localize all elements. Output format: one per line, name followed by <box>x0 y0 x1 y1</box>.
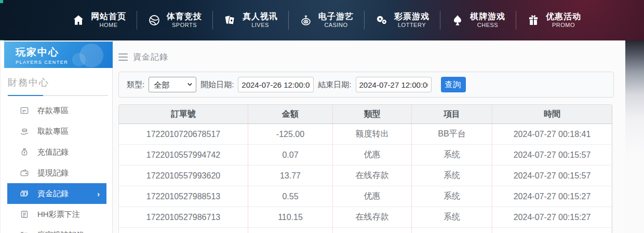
nav-label-zh: 真人视讯 <box>243 11 278 22</box>
nav-label-en: CHESS <box>477 22 498 29</box>
cell-type <box>333 228 412 233</box>
cash-icon <box>20 189 29 198</box>
cell-item: 系统 <box>412 207 492 228</box>
nav-label-zh: 优惠活动 <box>546 11 581 22</box>
start-date-label: 開始日期: <box>200 80 234 90</box>
nav-item-lottery[interactable]: 彩票游戏 LOTTERY <box>365 11 440 29</box>
cell-order: 1722010557993620 <box>118 166 248 186</box>
type-select-wrap: 全部 <box>149 77 196 92</box>
cell-type: 额度转出 <box>333 124 412 145</box>
table-header-row: 訂單號 金額 類型 項目 時間 <box>118 104 612 124</box>
sidebar-item-label: 充值記錄 <box>37 147 69 157</box>
document-icon <box>20 210 29 219</box>
withdraw-hand-icon <box>20 127 29 136</box>
nav-label-zh: 棋牌游戏 <box>470 11 505 22</box>
sidebar-item-label: 資金記錄 <box>37 189 69 199</box>
type-select[interactable]: 全部 <box>149 77 196 92</box>
cell-item: 系统 <box>412 166 492 186</box>
wallet-icon <box>20 168 29 177</box>
cell-time: 2024-07-27 00:18:41 <box>492 124 612 145</box>
nav-label-en: LOTTERY <box>398 22 426 29</box>
content-shell: 玩家中心 PLAYERS CENTER 財務中心 存款專區 <box>0 40 625 233</box>
cell-item: BB平台 <box>412 124 492 145</box>
cell-item: 系统 <box>412 145 492 166</box>
cell-amount <box>248 228 333 233</box>
cell-time: 2024-07-27 00:15:27 <box>492 207 612 228</box>
cell-time: 2024-07-27 00:15:57 <box>492 166 612 186</box>
sidebar-item-label: 存款專區 <box>37 106 69 116</box>
lottery-balls-icon <box>375 13 388 27</box>
table-row: 1722010720678517 -125.00 额度转出 BB平台 2024-… <box>118 124 612 145</box>
cell-time: 2024-07-27 00:15:57 <box>492 145 612 166</box>
table-row: 1722010557994742 0.07 优惠 系统 2024-07-27 0… <box>118 145 612 166</box>
nav-label-zh: 体育竞技 <box>167 11 202 22</box>
breadcrumb: 資金記錄 <box>118 40 614 72</box>
column-header-time: 時間 <box>492 104 612 124</box>
sidebar-item-hh-lottery-bets[interactable]: HH彩票下注 <box>7 204 106 225</box>
cell-time <box>492 228 612 233</box>
nav-item-home[interactable]: 网站首页 HOME <box>61 11 137 29</box>
chevron-right-icon: › <box>97 189 100 198</box>
search-button[interactable]: 查詢 <box>441 77 466 92</box>
nav-label-zh: 电子游艺 <box>318 11 354 22</box>
sidebar-item-label: 取款專區 <box>37 127 69 136</box>
sports-ball-icon <box>147 13 161 27</box>
nav-item-sports[interactable]: 体育竞技 SPORTS <box>137 11 212 29</box>
table-row-partial <box>118 228 612 233</box>
cell-type: 优惠 <box>333 145 412 166</box>
cell-item <box>412 228 492 233</box>
cell-type: 在线存款 <box>333 166 412 186</box>
nav-item-lives[interactable]: 真人视讯 LIVES <box>213 11 288 29</box>
nav-item-text: 棋牌游戏 CHESS <box>470 11 505 29</box>
cell-type: 优惠 <box>333 186 412 207</box>
nav-item-casino[interactable]: 电子游艺 CASINO <box>289 11 364 29</box>
main-panel: 資金記錄 類型: 全部 開始日期: 結束日期: 查詢 訂單號 金額 <box>113 40 625 233</box>
cell-amount: 0.07 <box>248 145 333 166</box>
cell-time: 2024-07-27 00:15:27 <box>492 186 612 207</box>
sidebar-item-withdraw-record[interactable]: 提現記錄 <box>7 162 106 183</box>
end-date-label: 結束日期: <box>318 80 351 90</box>
sidebar: 玩家中心 PLAYERS CENTER 財務中心 存款專區 <box>0 40 113 233</box>
main-navigation: 网站首页 HOME 体育竞技 SPORTS <box>0 0 644 40</box>
cell-item: 系统 <box>412 186 492 207</box>
sidebar-item-deposit[interactable]: 存款專區 <box>7 100 106 121</box>
sidebar-item-room-bet-record[interactable]: 廳室投註記錄 <box>7 225 106 233</box>
nav-label-en: PROMO <box>552 22 575 29</box>
sidebar-item-recharge-record[interactable]: 充值記錄 <box>7 142 106 162</box>
nav-label-en: HOME <box>100 22 118 29</box>
end-date-input[interactable] <box>356 77 432 92</box>
filter-bar: 類型: 全部 開始日期: 結束日期: 查詢 <box>118 72 614 98</box>
nav-item-chess[interactable]: 棋牌游戏 CHESS <box>440 11 516 29</box>
nav-item-text: 优惠活动 PROMO <box>546 11 581 29</box>
cell-type: 在线存款 <box>333 207 412 228</box>
cell-order: 1722010527986713 <box>118 207 248 228</box>
start-date-input[interactable] <box>238 77 314 92</box>
cell-amount: 110.15 <box>248 207 333 228</box>
playing-cards-icon <box>223 13 237 27</box>
nav-item-text: 网站首页 HOME <box>91 11 126 29</box>
nav-item-text: 真人视讯 LIVES <box>243 11 278 29</box>
funds-record-table: 訂單號 金額 類型 項目 時間 1722010720678517 -125.00… <box>118 104 612 233</box>
sidebar-item-funds-record[interactable]: 資金記錄 › <box>7 183 106 204</box>
corner-square-top <box>0 0 3 3</box>
nav-label-zh: 彩票游戏 <box>394 11 430 22</box>
sidebar-item-withdraw[interactable]: 取款專區 <box>7 121 106 142</box>
nav-item-promo[interactable]: 优惠活动 PROMO <box>516 11 592 29</box>
spade-icon <box>451 13 464 27</box>
cell-order: 1722010557994742 <box>118 145 248 166</box>
hamburger-menu-icon[interactable] <box>118 53 128 61</box>
cell-order <box>118 228 248 233</box>
nav-item-text: 电子游艺 CASINO <box>318 11 354 29</box>
column-header-amount: 金額 <box>248 104 333 124</box>
nav-item-text: 体育竞技 SPORTS <box>167 11 202 29</box>
sidebar-item-label: HH彩票下注 <box>37 210 80 220</box>
nav-label-en: CASINO <box>324 22 347 29</box>
deposit-card-icon <box>20 106 29 115</box>
column-header-order: 訂單號 <box>118 104 248 124</box>
circle-decoration <box>72 53 86 66</box>
type-label: 類型: <box>127 80 144 90</box>
finance-section: 財務中心 <box>1 68 112 96</box>
nav-label-zh: 网站首页 <box>91 11 126 22</box>
money-bag-icon <box>20 147 29 157</box>
table-row: 1722010527988513 0.55 优惠 系统 2024-07-27 0… <box>118 186 612 207</box>
